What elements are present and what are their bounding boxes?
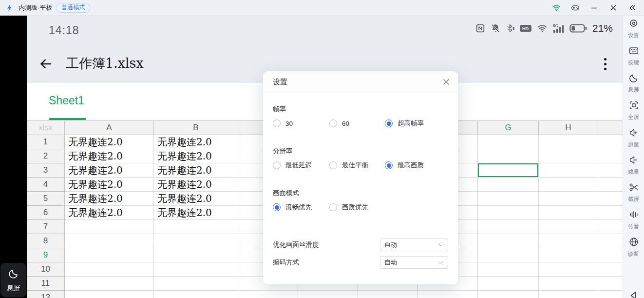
cell-A7[interactable] bbox=[65, 220, 154, 234]
column-header-G[interactable]: G bbox=[478, 120, 539, 135]
cell-A10[interactable] bbox=[65, 262, 154, 277]
sidebar-item-waveform[interactable]: 传音 bbox=[623, 209, 644, 237]
cell-G5[interactable] bbox=[478, 192, 539, 206]
cell-I2[interactable] bbox=[598, 149, 623, 163]
row-header-12[interactable]: 12 bbox=[27, 291, 65, 298]
sidebar-item-moon[interactable]: 息屏 bbox=[623, 73, 644, 100]
collapse-sidebar-icon[interactable] bbox=[627, 3, 637, 13]
column-header-B[interactable]: B bbox=[154, 120, 238, 135]
cell-B1[interactable]: 无界趣连2.0 bbox=[154, 135, 238, 149]
row-header-7[interactable]: 7 bbox=[27, 220, 65, 234]
cell-B12[interactable] bbox=[154, 291, 238, 298]
mode-badge[interactable]: 普通模式 bbox=[56, 3, 90, 13]
cell-H10[interactable] bbox=[539, 262, 598, 277]
cell-I11[interactable] bbox=[598, 277, 623, 291]
cell-G6[interactable] bbox=[478, 206, 539, 220]
radio-option-流畅优先[interactable]: 流畅优先 bbox=[273, 201, 312, 213]
cell-A6[interactable]: 无界趣连2.0 bbox=[65, 206, 154, 220]
sidebar-item-settings[interactable]: 设置 bbox=[623, 18, 644, 45]
column-header-A[interactable]: A bbox=[65, 120, 154, 135]
cell-A12[interactable] bbox=[65, 291, 154, 298]
cell-G3[interactable] bbox=[478, 163, 539, 178]
row-header-9[interactable]: 9 bbox=[27, 248, 65, 262]
cell-H9[interactable] bbox=[539, 248, 598, 262]
column-header-H[interactable]: H bbox=[539, 120, 598, 135]
cell-H5[interactable] bbox=[539, 192, 598, 206]
cell-H7[interactable] bbox=[539, 220, 598, 234]
radio-option-超高帧率[interactable]: 超高帧率 bbox=[385, 118, 424, 129]
cell-G1[interactable] bbox=[478, 135, 539, 149]
cell-A11[interactable] bbox=[65, 277, 154, 291]
cell-H12[interactable] bbox=[539, 291, 598, 298]
cell-G12[interactable] bbox=[478, 291, 539, 298]
cell-A3[interactable]: 无界趣连2.0 bbox=[65, 163, 154, 178]
cell-A8[interactable] bbox=[65, 234, 154, 248]
cell-A9[interactable] bbox=[65, 248, 154, 262]
cell-I7[interactable] bbox=[598, 220, 623, 234]
cell-B3[interactable]: 无界趣连2.0 bbox=[154, 163, 238, 178]
cell-A1[interactable]: 无界趣连2.0 bbox=[65, 135, 154, 149]
cell-G11[interactable] bbox=[478, 277, 539, 291]
cell-I10[interactable] bbox=[598, 262, 623, 277]
cell-I6[interactable] bbox=[598, 206, 623, 220]
cell-H6[interactable] bbox=[539, 206, 598, 220]
cell-B6[interactable]: 无界趣连2.0 bbox=[154, 206, 238, 220]
cell-G8[interactable] bbox=[478, 234, 539, 248]
cell-G9[interactable] bbox=[478, 248, 539, 262]
radio-option-30[interactable]: 30 bbox=[273, 118, 293, 129]
cell-H3[interactable] bbox=[539, 163, 598, 178]
gamepad-icon[interactable] bbox=[570, 3, 580, 13]
column-header-I[interactable]: I bbox=[598, 120, 623, 135]
row-header-1[interactable]: 1 bbox=[27, 135, 65, 149]
dialog-close-icon[interactable] bbox=[442, 78, 451, 86]
cell-B7[interactable] bbox=[154, 220, 238, 234]
radio-option-最佳平衡[interactable]: 最佳平衡 bbox=[329, 159, 368, 171]
cell-E12[interactable] bbox=[358, 291, 418, 298]
cell-H11[interactable] bbox=[539, 277, 598, 291]
cell-A5[interactable]: 无界趣连2.0 bbox=[65, 192, 154, 206]
sidebar-item-keys[interactable]: 按键 bbox=[623, 45, 644, 73]
minimize-icon[interactable] bbox=[589, 3, 599, 13]
cell-I8[interactable] bbox=[598, 234, 623, 248]
cell-G2[interactable] bbox=[478, 149, 539, 163]
back-arrow-icon[interactable] bbox=[38, 57, 53, 71]
sidebar-item-globe[interactable]: 诊断 bbox=[623, 237, 644, 264]
row-header-6[interactable]: 6 bbox=[27, 206, 65, 220]
cell-B11[interactable] bbox=[154, 277, 238, 291]
row-header-8[interactable]: 8 bbox=[27, 234, 65, 248]
cell-B10[interactable] bbox=[154, 262, 238, 277]
cell-B5[interactable]: 无界趣连2.0 bbox=[154, 192, 238, 206]
row-header-10[interactable]: 10 bbox=[27, 262, 65, 277]
cell-I1[interactable] bbox=[598, 135, 623, 149]
more-menu-icon[interactable] bbox=[602, 56, 608, 72]
cell-A2[interactable]: 无界趣连2.0 bbox=[65, 149, 154, 163]
cell-F12[interactable] bbox=[418, 291, 478, 298]
cell-I4[interactable] bbox=[598, 178, 623, 192]
cell-B2[interactable]: 无界趣连2.0 bbox=[154, 149, 238, 163]
dropdown-select-encoding[interactable]: 自动 bbox=[380, 256, 448, 269]
row-header-2[interactable]: 2 bbox=[27, 149, 65, 163]
row-header-11[interactable]: 11 bbox=[27, 277, 65, 291]
cell-I9[interactable] bbox=[598, 248, 623, 262]
radio-option-最低延迟[interactable]: 最低延迟 bbox=[273, 159, 312, 171]
sidebar-item-fullscreen[interactable]: 全屏 bbox=[623, 100, 644, 127]
cell-G4[interactable] bbox=[478, 178, 539, 192]
grid-corner-cell[interactable]: xlsx bbox=[27, 120, 65, 135]
sidebar-item-volume-down[interactable]: 减量 bbox=[623, 155, 644, 182]
cell-H1[interactable] bbox=[539, 135, 598, 149]
cell-A4[interactable]: 无界趣连2.0 bbox=[65, 178, 154, 192]
row-header-4[interactable]: 4 bbox=[27, 178, 65, 192]
cell-B4[interactable]: 无界趣连2.0 bbox=[154, 178, 238, 192]
cell-C12[interactable] bbox=[238, 291, 298, 298]
sheet-tab[interactable]: Sheet1 bbox=[49, 94, 84, 107]
radio-option-最高画质[interactable]: 最高画质 bbox=[385, 159, 424, 171]
cell-B8[interactable] bbox=[154, 234, 238, 248]
screen-off-button[interactable]: 息屏 bbox=[0, 263, 26, 297]
sidebar-item-scissors[interactable]: 截屏 bbox=[623, 182, 644, 209]
sidebar-item-volume-up[interactable]: 加量 bbox=[623, 127, 644, 155]
cell-I12[interactable] bbox=[598, 291, 623, 298]
cell-H8[interactable] bbox=[539, 234, 598, 248]
cell-B9[interactable] bbox=[154, 248, 238, 262]
cell-G7[interactable] bbox=[478, 220, 539, 234]
cell-H2[interactable] bbox=[539, 149, 598, 163]
